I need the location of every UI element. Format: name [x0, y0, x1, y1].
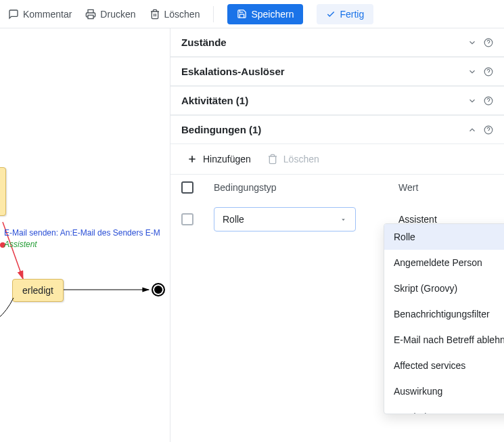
print-icon	[85, 9, 96, 20]
caret-down-icon	[340, 216, 347, 223]
save-button[interactable]: Speichern	[227, 4, 303, 24]
delete-cond-label: Löschen	[283, 154, 319, 164]
chevron-down-icon	[467, 38, 477, 47]
select-all-checkbox[interactable]	[181, 181, 193, 194]
delete-label: Löschen	[164, 9, 200, 20]
edge-arrow-black	[64, 284, 158, 298]
help-icon[interactable]	[484, 67, 493, 76]
done-label: Fertig	[340, 9, 364, 20]
add-condition-button[interactable]: Hinzufügen	[187, 154, 251, 164]
assistent-role-label: Assistent	[4, 240, 37, 249]
save-label: Speichern	[251, 9, 294, 20]
conditions-table-header: Bedingungstyp Wert	[170, 175, 504, 200]
section-title: Aktivitäten (1)	[181, 95, 248, 106]
trash-icon	[150, 9, 160, 20]
section-eskalation[interactable]: Eskalations-Auslöser	[170, 57, 504, 86]
section-zustaende[interactable]: Zustände	[170, 28, 504, 57]
conditions-actions: Hinzufügen Löschen	[170, 144, 504, 175]
side-panel: Zustände Eskalations-Auslöser Aktivitäte…	[170, 28, 504, 442]
workflow-canvas[interactable]: E-Mail senden: An:E-Mail des Senders E-M…	[0, 28, 170, 442]
delete-button[interactable]: Löschen	[150, 9, 200, 20]
help-icon[interactable]	[484, 38, 493, 47]
dropdown-item-affected-services[interactable]: Affected services	[384, 353, 504, 378]
toolbar: Kommentar Drucken Löschen Speichern Fert…	[0, 0, 504, 28]
comment-icon	[8, 9, 19, 20]
help-icon[interactable]	[484, 96, 493, 106]
dropdown-item-benachrichtigungsfilter[interactable]: Benachrichtigungsfilter	[384, 301, 504, 327]
dropdown-item-angemeldete-person[interactable]: Angemeldete Person	[384, 250, 504, 275]
comment-label: Kommentar	[23, 9, 72, 20]
main-area: E-Mail senden: An:E-Mail des Senders E-M…	[0, 28, 504, 442]
header-value: Wert	[398, 182, 493, 193]
print-button[interactable]: Drucken	[85, 9, 135, 20]
dropdown-item-auswirkung[interactable]: Auswirkung	[384, 378, 504, 404]
save-icon	[237, 9, 247, 19]
header-type: Bedingungstyp	[208, 182, 398, 193]
chevron-down-icon	[467, 67, 477, 76]
dropdown-item-bearbeiter[interactable]: Bearbeiter	[384, 404, 504, 414]
chevron-up-icon	[467, 125, 477, 135]
toolbar-divider	[213, 6, 214, 22]
check-icon	[326, 9, 336, 19]
edge-curve	[0, 298, 34, 338]
section-title: Zustände	[181, 37, 227, 48]
dropdown-item-rolle[interactable]: Rolle	[384, 224, 504, 250]
chevron-down-icon	[467, 96, 477, 106]
help-icon[interactable]	[484, 125, 493, 135]
delete-condition-button[interactable]: Löschen	[267, 154, 319, 164]
email-action-label: E-Mail senden: An:E-Mail des Senders E-M	[4, 228, 170, 238]
comment-button[interactable]: Kommentar	[8, 9, 72, 20]
dropdown-item-email-betreff[interactable]: E-Mail nach Betreff ablehnen	[384, 327, 504, 353]
row-checkbox[interactable]	[181, 213, 193, 225]
section-bedingungen[interactable]: Bedingungen (1)	[170, 115, 504, 144]
done-button[interactable]: Fertig	[317, 4, 373, 24]
workflow-end-node[interactable]	[152, 283, 165, 296]
section-title: Eskalations-Auslöser	[181, 66, 285, 77]
print-label: Drucken	[100, 9, 135, 20]
section-aktivitaeten[interactable]: Aktivitäten (1)	[170, 86, 504, 115]
erledigt-label: erledigt	[22, 285, 53, 296]
add-label: Hinzufügen	[203, 154, 251, 164]
workflow-node-stub[interactable]	[0, 167, 6, 216]
dropdown-item-skript[interactable]: Skript (Groovy)	[384, 275, 504, 301]
condition-type-dropdown[interactable]: Rolle Angemeldete Person Skript (Groovy)…	[384, 223, 504, 414]
select-value: Rolle	[223, 214, 244, 225]
condition-type-select[interactable]: Rolle	[214, 207, 356, 231]
section-title: Bedingungen (1)	[181, 124, 261, 135]
plus-icon	[187, 154, 198, 164]
trash-icon	[267, 154, 278, 164]
